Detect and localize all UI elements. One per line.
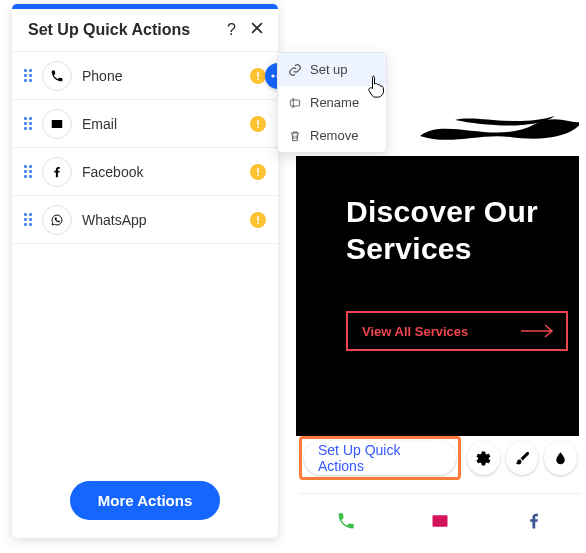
help-icon[interactable]: ? <box>227 21 236 39</box>
drag-handle-icon[interactable] <box>24 213 32 227</box>
warning-icon: ! <box>250 212 266 228</box>
view-all-label: View All Services <box>362 324 468 339</box>
context-item-label: Remove <box>310 128 358 143</box>
color-button[interactable] <box>544 441 577 475</box>
action-row-phone[interactable]: Phone ! <box>12 52 278 100</box>
paintbrush-icon <box>514 450 531 467</box>
rename-icon <box>288 96 302 110</box>
view-all-services-button[interactable]: View All Services <box>346 311 568 351</box>
context-menu: Set up Rename Remove <box>277 52 387 153</box>
setup-quick-actions-pill[interactable]: Set Up Quick Actions <box>304 441 456 475</box>
action-label: Facebook <box>82 164 240 180</box>
phone-icon <box>42 61 72 91</box>
link-icon <box>288 63 302 77</box>
email-icon <box>42 109 72 139</box>
panel-title: Set Up Quick Actions <box>28 21 190 39</box>
hero-heading-line: Services <box>346 231 579 268</box>
pill-label: Set Up Quick Actions <box>318 442 442 474</box>
action-row-facebook[interactable]: Facebook ! <box>12 148 278 196</box>
quick-actions-panel: Set Up Quick Actions ? Phone ! Email <box>12 4 278 538</box>
quickbar-facebook[interactable] <box>487 494 581 547</box>
gear-icon <box>475 450 492 467</box>
trash-icon <box>288 129 302 143</box>
warning-icon: ! <box>250 68 266 84</box>
close-icon[interactable] <box>250 21 264 39</box>
facebook-icon <box>524 511 544 531</box>
settings-button[interactable] <box>467 441 500 475</box>
phone-icon <box>336 511 356 531</box>
panel-header: Set Up Quick Actions ? <box>12 9 278 52</box>
action-label: WhatsApp <box>82 212 240 228</box>
hero-heading-line: Discover Our <box>346 194 579 231</box>
arrow-right-icon <box>520 324 554 338</box>
action-list: Phone ! Email ! Facebook ! <box>12 52 278 469</box>
design-button[interactable] <box>506 441 539 475</box>
preview-hero: Discover Our Services View All Services <box>296 156 579 436</box>
drag-handle-icon[interactable] <box>24 69 32 83</box>
svg-rect-3 <box>290 100 299 106</box>
context-item-label: Set up <box>310 62 348 77</box>
brush-stroke-graphic <box>415 106 579 150</box>
action-label: Email <box>82 116 240 132</box>
quickbar-email[interactable] <box>393 494 487 547</box>
whatsapp-icon <box>42 205 72 235</box>
pointer-cursor-icon <box>366 74 388 98</box>
quickbar-phone[interactable] <box>299 494 393 547</box>
action-row-whatsapp[interactable]: WhatsApp ! <box>12 196 278 244</box>
hero-heading: Discover Our Services <box>346 194 579 267</box>
facebook-icon <box>42 157 72 187</box>
drag-handle-icon[interactable] <box>24 165 32 179</box>
quick-actions-bar <box>299 493 581 547</box>
action-row-email[interactable]: Email ! <box>12 100 278 148</box>
more-actions-button[interactable]: More Actions <box>70 481 220 520</box>
warning-icon: ! <box>250 116 266 132</box>
action-label: Phone <box>82 68 240 84</box>
context-item-label: Rename <box>310 95 359 110</box>
droplet-icon <box>552 450 569 467</box>
drag-handle-icon[interactable] <box>24 117 32 131</box>
svg-point-0 <box>271 74 274 77</box>
toolbar-highlight: Set Up Quick Actions <box>299 436 461 480</box>
context-item-remove[interactable]: Remove <box>278 119 386 152</box>
email-icon <box>430 511 450 531</box>
warning-icon: ! <box>250 164 266 180</box>
preview-toolbar: Set Up Quick Actions <box>299 433 577 483</box>
